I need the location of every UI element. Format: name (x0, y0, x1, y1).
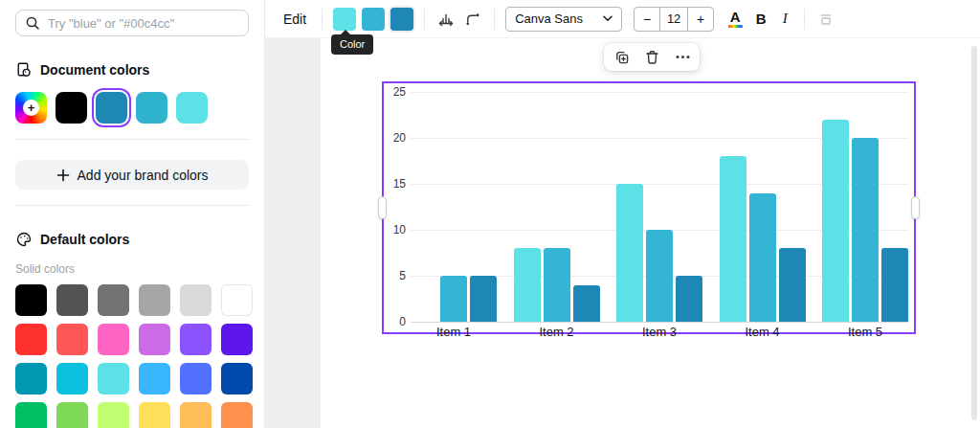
document-colors-swatches: + (15, 92, 249, 124)
document-color-swatch-black[interactable] (56, 92, 87, 124)
bar-group (514, 92, 600, 322)
palette-swatch[interactable] (180, 363, 212, 394)
palette-swatch[interactable] (98, 324, 129, 355)
font-size-decrease-button[interactable]: − (635, 8, 659, 31)
chart-element-selection[interactable]: 0510152025Item 1Item 2Item 3Item 4Item 5 (382, 81, 916, 334)
palette-swatch[interactable] (139, 363, 170, 394)
bar (822, 120, 849, 322)
font-family-value: Canva Sans (515, 11, 583, 26)
add-brand-colors-button[interactable]: Add your brand colors (15, 160, 249, 190)
design-canvas[interactable]: 0510152025Item 1Item 2Item 3Item 4Item 5 (265, 38, 980, 428)
spacing-button[interactable] (813, 6, 839, 33)
toolbar-divider (322, 9, 323, 30)
bar (514, 248, 541, 322)
trash-icon (643, 48, 661, 66)
y-axis-tick: 10 (384, 223, 406, 237)
bar-group (411, 92, 497, 322)
x-axis-label: Item 4 (720, 325, 806, 339)
palette-swatch[interactable] (15, 284, 47, 316)
chevron-down-icon (603, 15, 612, 22)
document-color-swatch-cyan[interactable] (136, 92, 167, 124)
palette-icon (15, 231, 33, 248)
editor-toolbar: Edit (265, 0, 980, 38)
x-axis-label: Item 2 (514, 325, 600, 339)
font-size-stepper: − 12 + (634, 7, 714, 32)
duplicate-icon (612, 48, 631, 66)
sidebar-divider (15, 205, 249, 206)
bar-chart: 0510152025Item 1Item 2Item 3Item 4Item 5 (384, 83, 914, 332)
delete-button[interactable] (638, 46, 665, 69)
edit-button[interactable]: Edit (276, 6, 314, 33)
search-icon (25, 15, 40, 31)
bar (852, 138, 879, 322)
palette-swatch[interactable] (221, 284, 253, 316)
element-context-toolbar (604, 43, 700, 71)
document-colors-icon (15, 61, 33, 79)
bar (720, 156, 746, 322)
solid-colors-grid (15, 284, 249, 428)
toolbar-color-swatch-teal-blue[interactable] (389, 6, 415, 33)
palette-swatch[interactable] (56, 284, 88, 316)
resize-handle-right[interactable] (911, 196, 920, 219)
line-curve-button[interactable] (459, 6, 486, 33)
palette-swatch[interactable] (180, 402, 212, 428)
color-tooltip: Color (331, 34, 373, 55)
palette-swatch[interactable] (139, 324, 170, 355)
axis-bars-icon (437, 11, 455, 28)
palette-swatch[interactable] (180, 324, 212, 355)
bar (573, 285, 600, 322)
resize-handle-left[interactable] (378, 196, 387, 219)
palette-swatch[interactable] (56, 402, 88, 428)
palette-swatch[interactable] (98, 284, 129, 316)
palette-swatch[interactable] (139, 402, 170, 428)
color-swatch (362, 8, 385, 31)
plus-icon: + (23, 100, 39, 116)
elbow-connector-icon (464, 11, 481, 28)
bar (779, 248, 806, 322)
palette-swatch[interactable] (15, 324, 47, 355)
chart-settings-button[interactable] (433, 6, 459, 33)
y-axis-tick: 20 (384, 131, 406, 145)
document-color-swatch-teal-blue[interactable] (96, 92, 127, 124)
app-window: Document colors + Add your brand colors (0, 0, 980, 428)
document-color-swatch-add-new-color[interactable]: + (15, 92, 47, 124)
default-colors-header: Default colors (15, 231, 249, 248)
color-search-input[interactable] (48, 16, 239, 31)
toolbar-color-swatch-cyan[interactable] (360, 6, 387, 33)
chart-color-swatches (330, 6, 416, 33)
palette-swatch[interactable] (56, 363, 88, 394)
palette-swatch[interactable] (221, 402, 253, 428)
canvas-scrollbar[interactable] (971, 46, 977, 420)
x-axis-labels: Item 1Item 2Item 3Item 4Item 5 (411, 325, 908, 339)
text-color-button[interactable]: A (722, 6, 748, 33)
toolbar-divider (424, 9, 425, 30)
palette-swatch[interactable] (15, 402, 47, 428)
palette-swatch[interactable] (56, 324, 88, 355)
font-size-increase-button[interactable]: + (688, 8, 713, 31)
palette-swatch[interactable] (98, 402, 129, 428)
bar-group (720, 92, 806, 322)
solid-colors-label: Solid colors (15, 262, 249, 276)
palette-swatch[interactable] (139, 284, 170, 316)
toolbar-divider (494, 9, 495, 30)
duplicate-button[interactable] (608, 46, 635, 69)
more-options-button[interactable] (669, 46, 696, 69)
text-color-letter: A (730, 10, 741, 24)
color-search-box[interactable] (15, 10, 249, 36)
y-axis-tick: 0 (384, 315, 406, 328)
color-swatch (390, 8, 413, 31)
color-panel-sidebar: Document colors + Add your brand colors (0, 0, 265, 428)
palette-swatch[interactable] (221, 324, 253, 355)
bold-button[interactable]: B (748, 6, 773, 33)
palette-swatch[interactable] (180, 284, 212, 316)
palette-swatch[interactable] (221, 363, 253, 394)
toolbar-color-swatch-turquoise[interactable] (331, 6, 358, 33)
document-color-swatch-turquoise[interactable] (176, 92, 208, 124)
palette-swatch[interactable] (15, 363, 47, 394)
font-size-value[interactable]: 12 (659, 8, 688, 31)
x-axis-label: Item 1 (411, 325, 497, 339)
palette-swatch[interactable] (98, 363, 129, 394)
bar-group (822, 92, 908, 322)
italic-button[interactable]: I (773, 6, 796, 33)
font-family-dropdown[interactable]: Canva Sans (505, 7, 622, 32)
